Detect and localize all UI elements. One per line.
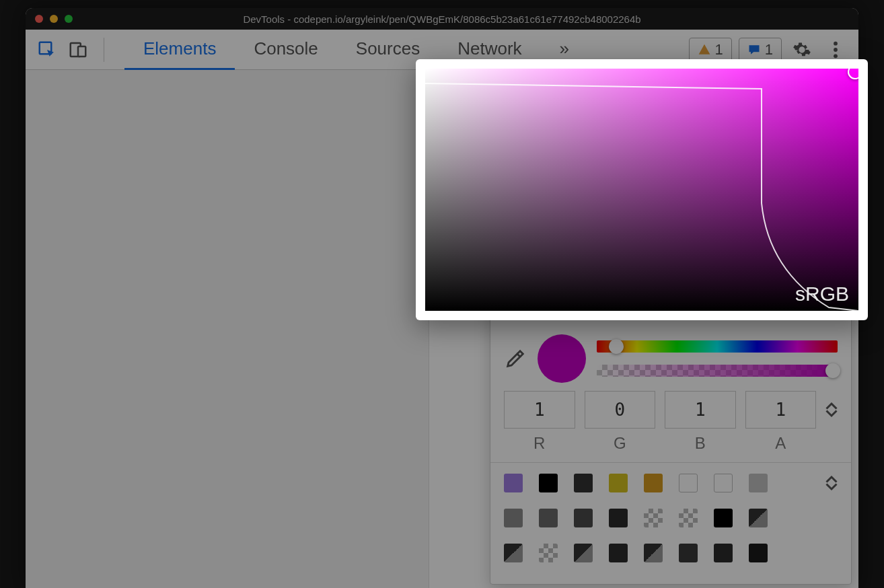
color-field-popover: sRGB — [416, 59, 868, 320]
color-field[interactable]: sRGB — [425, 69, 858, 311]
gamut-label: sRGB — [795, 283, 849, 305]
gamut-line — [425, 69, 858, 311]
color-field-handle[interactable] — [848, 69, 858, 79]
